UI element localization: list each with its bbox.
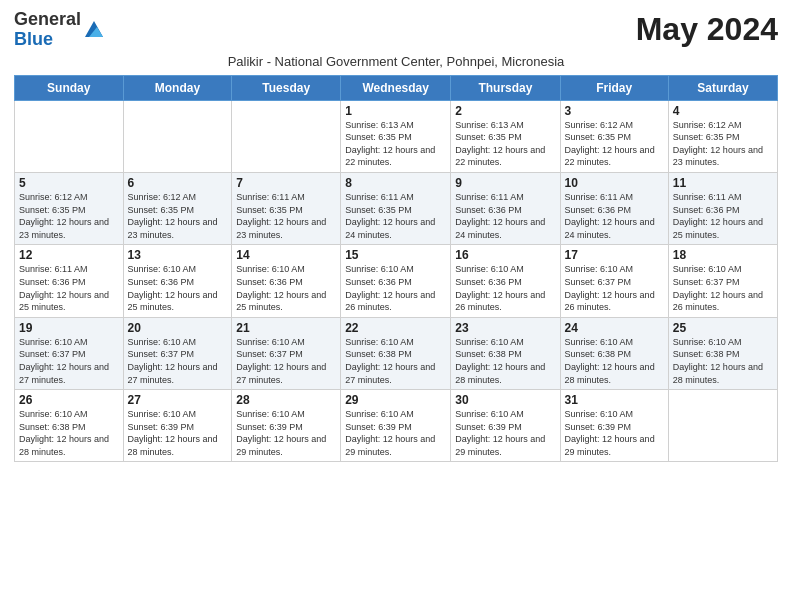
day-number: 1	[345, 104, 446, 118]
day-info: Sunrise: 6:10 AMSunset: 6:38 PMDaylight:…	[565, 336, 664, 386]
day-cell	[123, 100, 232, 172]
logo-icon	[83, 19, 105, 41]
day-info: Sunrise: 6:10 AMSunset: 6:37 PMDaylight:…	[565, 263, 664, 313]
weekday-tuesday: Tuesday	[232, 75, 341, 100]
day-info: Sunrise: 6:11 AMSunset: 6:36 PMDaylight:…	[673, 191, 773, 241]
day-cell: 25Sunrise: 6:10 AMSunset: 6:38 PMDayligh…	[668, 317, 777, 389]
day-number: 12	[19, 248, 119, 262]
day-info: Sunrise: 6:10 AMSunset: 6:39 PMDaylight:…	[455, 408, 555, 458]
day-info: Sunrise: 6:12 AMSunset: 6:35 PMDaylight:…	[128, 191, 228, 241]
day-info: Sunrise: 6:10 AMSunset: 6:36 PMDaylight:…	[128, 263, 228, 313]
weekday-saturday: Saturday	[668, 75, 777, 100]
day-cell: 6Sunrise: 6:12 AMSunset: 6:35 PMDaylight…	[123, 172, 232, 244]
calendar: SundayMondayTuesdayWednesdayThursdayFrid…	[14, 75, 778, 463]
day-cell: 27Sunrise: 6:10 AMSunset: 6:39 PMDayligh…	[123, 390, 232, 462]
day-info: Sunrise: 6:10 AMSunset: 6:38 PMDaylight:…	[673, 336, 773, 386]
day-cell: 24Sunrise: 6:10 AMSunset: 6:38 PMDayligh…	[560, 317, 668, 389]
day-cell: 26Sunrise: 6:10 AMSunset: 6:38 PMDayligh…	[15, 390, 124, 462]
day-number: 22	[345, 321, 446, 335]
day-cell: 11Sunrise: 6:11 AMSunset: 6:36 PMDayligh…	[668, 172, 777, 244]
day-cell: 15Sunrise: 6:10 AMSunset: 6:36 PMDayligh…	[341, 245, 451, 317]
day-cell: 20Sunrise: 6:10 AMSunset: 6:37 PMDayligh…	[123, 317, 232, 389]
day-info: Sunrise: 6:11 AMSunset: 6:35 PMDaylight:…	[345, 191, 446, 241]
day-info: Sunrise: 6:10 AMSunset: 6:39 PMDaylight:…	[236, 408, 336, 458]
day-number: 2	[455, 104, 555, 118]
day-cell: 19Sunrise: 6:10 AMSunset: 6:37 PMDayligh…	[15, 317, 124, 389]
day-number: 10	[565, 176, 664, 190]
day-info: Sunrise: 6:11 AMSunset: 6:36 PMDaylight:…	[19, 263, 119, 313]
day-number: 13	[128, 248, 228, 262]
day-number: 11	[673, 176, 773, 190]
header: General Blue May 2024	[14, 10, 778, 50]
day-info: Sunrise: 6:10 AMSunset: 6:36 PMDaylight:…	[236, 263, 336, 313]
week-row-5: 26Sunrise: 6:10 AMSunset: 6:38 PMDayligh…	[15, 390, 778, 462]
day-cell: 22Sunrise: 6:10 AMSunset: 6:38 PMDayligh…	[341, 317, 451, 389]
day-cell: 30Sunrise: 6:10 AMSunset: 6:39 PMDayligh…	[451, 390, 560, 462]
day-info: Sunrise: 6:13 AMSunset: 6:35 PMDaylight:…	[345, 119, 446, 169]
day-number: 26	[19, 393, 119, 407]
weekday-wednesday: Wednesday	[341, 75, 451, 100]
day-cell: 31Sunrise: 6:10 AMSunset: 6:39 PMDayligh…	[560, 390, 668, 462]
day-number: 27	[128, 393, 228, 407]
week-row-2: 5Sunrise: 6:12 AMSunset: 6:35 PMDaylight…	[15, 172, 778, 244]
day-info: Sunrise: 6:10 AMSunset: 6:37 PMDaylight:…	[236, 336, 336, 386]
day-info: Sunrise: 6:10 AMSunset: 6:37 PMDaylight:…	[19, 336, 119, 386]
day-number: 15	[345, 248, 446, 262]
page: General Blue May 2024 Palikir - National…	[0, 0, 792, 612]
day-cell: 4Sunrise: 6:12 AMSunset: 6:35 PMDaylight…	[668, 100, 777, 172]
day-cell: 21Sunrise: 6:10 AMSunset: 6:37 PMDayligh…	[232, 317, 341, 389]
day-info: Sunrise: 6:10 AMSunset: 6:38 PMDaylight:…	[345, 336, 446, 386]
day-cell: 3Sunrise: 6:12 AMSunset: 6:35 PMDaylight…	[560, 100, 668, 172]
day-info: Sunrise: 6:12 AMSunset: 6:35 PMDaylight:…	[19, 191, 119, 241]
day-number: 5	[19, 176, 119, 190]
day-info: Sunrise: 6:11 AMSunset: 6:36 PMDaylight:…	[565, 191, 664, 241]
day-number: 21	[236, 321, 336, 335]
weekday-header-row: SundayMondayTuesdayWednesdayThursdayFrid…	[15, 75, 778, 100]
logo-general: General	[14, 9, 81, 29]
day-cell: 23Sunrise: 6:10 AMSunset: 6:38 PMDayligh…	[451, 317, 560, 389]
day-info: Sunrise: 6:10 AMSunset: 6:39 PMDaylight:…	[565, 408, 664, 458]
day-number: 31	[565, 393, 664, 407]
day-number: 28	[236, 393, 336, 407]
month-title: May 2024	[636, 11, 778, 48]
day-info: Sunrise: 6:10 AMSunset: 6:37 PMDaylight:…	[128, 336, 228, 386]
day-cell: 7Sunrise: 6:11 AMSunset: 6:35 PMDaylight…	[232, 172, 341, 244]
day-cell: 14Sunrise: 6:10 AMSunset: 6:36 PMDayligh…	[232, 245, 341, 317]
day-cell: 5Sunrise: 6:12 AMSunset: 6:35 PMDaylight…	[15, 172, 124, 244]
day-info: Sunrise: 6:10 AMSunset: 6:39 PMDaylight:…	[345, 408, 446, 458]
day-number: 3	[565, 104, 664, 118]
day-number: 18	[673, 248, 773, 262]
day-number: 17	[565, 248, 664, 262]
day-cell: 9Sunrise: 6:11 AMSunset: 6:36 PMDaylight…	[451, 172, 560, 244]
day-number: 19	[19, 321, 119, 335]
day-info: Sunrise: 6:10 AMSunset: 6:38 PMDaylight:…	[455, 336, 555, 386]
subtitle: Palikir - National Government Center, Po…	[14, 54, 778, 69]
day-number: 16	[455, 248, 555, 262]
day-cell: 13Sunrise: 6:10 AMSunset: 6:36 PMDayligh…	[123, 245, 232, 317]
day-number: 14	[236, 248, 336, 262]
day-number: 4	[673, 104, 773, 118]
day-cell: 2Sunrise: 6:13 AMSunset: 6:35 PMDaylight…	[451, 100, 560, 172]
day-info: Sunrise: 6:13 AMSunset: 6:35 PMDaylight:…	[455, 119, 555, 169]
day-cell: 12Sunrise: 6:11 AMSunset: 6:36 PMDayligh…	[15, 245, 124, 317]
day-cell	[232, 100, 341, 172]
day-number: 7	[236, 176, 336, 190]
day-info: Sunrise: 6:10 AMSunset: 6:36 PMDaylight:…	[455, 263, 555, 313]
weekday-friday: Friday	[560, 75, 668, 100]
day-number: 6	[128, 176, 228, 190]
day-number: 25	[673, 321, 773, 335]
week-row-4: 19Sunrise: 6:10 AMSunset: 6:37 PMDayligh…	[15, 317, 778, 389]
day-cell: 29Sunrise: 6:10 AMSunset: 6:39 PMDayligh…	[341, 390, 451, 462]
weekday-thursday: Thursday	[451, 75, 560, 100]
day-number: 30	[455, 393, 555, 407]
day-cell: 16Sunrise: 6:10 AMSunset: 6:36 PMDayligh…	[451, 245, 560, 317]
day-cell: 1Sunrise: 6:13 AMSunset: 6:35 PMDaylight…	[341, 100, 451, 172]
day-cell: 18Sunrise: 6:10 AMSunset: 6:37 PMDayligh…	[668, 245, 777, 317]
day-cell: 28Sunrise: 6:10 AMSunset: 6:39 PMDayligh…	[232, 390, 341, 462]
day-info: Sunrise: 6:10 AMSunset: 6:39 PMDaylight:…	[128, 408, 228, 458]
day-number: 9	[455, 176, 555, 190]
day-info: Sunrise: 6:10 AMSunset: 6:38 PMDaylight:…	[19, 408, 119, 458]
day-info: Sunrise: 6:10 AMSunset: 6:36 PMDaylight:…	[345, 263, 446, 313]
day-cell: 17Sunrise: 6:10 AMSunset: 6:37 PMDayligh…	[560, 245, 668, 317]
day-cell	[15, 100, 124, 172]
